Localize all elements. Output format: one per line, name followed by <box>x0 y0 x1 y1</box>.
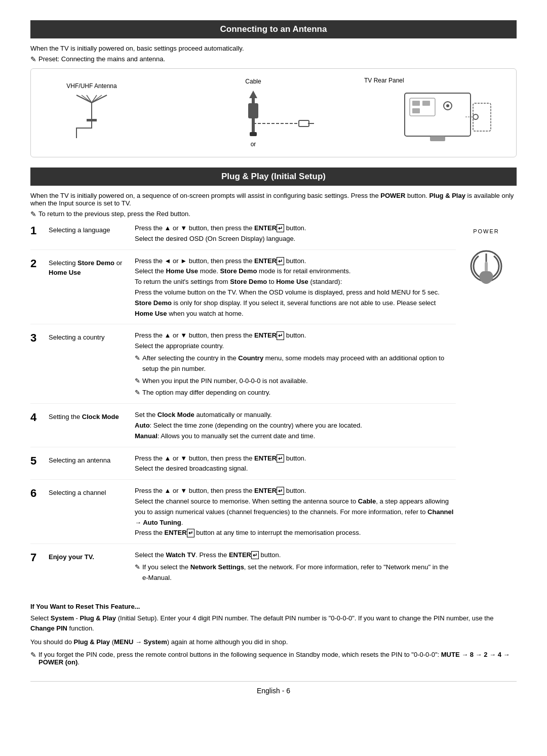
reset-text-1: Select System - Plug & Play (Initial Set… <box>30 613 517 635</box>
plug-play-intro: When the TV is initially powered on, a s… <box>30 192 517 207</box>
step-4-title: Setting the Clock Mode <box>49 410 135 422</box>
step-2-title: Selecting Store Demo orHome Use <box>49 256 135 278</box>
svg-rect-24 <box>430 136 445 141</box>
step-3-content: Press the ▲ or ▼ button, then press the … <box>135 330 456 398</box>
step-2-content: Press the ◄ or ► button, then press the … <box>135 256 456 319</box>
step-5: 5 Selecting an antenna Press the ▲ or ▼ … <box>30 453 456 480</box>
step-3-title: Selecting a country <box>49 330 135 343</box>
step-7-number: 7 <box>30 550 49 564</box>
svg-rect-13 <box>250 132 257 136</box>
step-1: 1 Selecting a language Press the ▲ or ▼ … <box>30 223 456 250</box>
power-button-icon <box>463 238 509 294</box>
step-2-number: 2 <box>30 256 49 270</box>
step-5-title: Selecting an antenna <box>49 453 135 466</box>
step-6-title: Selecting a channel <box>49 486 135 498</box>
step-4-number: 4 <box>30 410 49 424</box>
step-6: 6 Selecting a channel Press the ▲ or ▼ b… <box>30 486 456 544</box>
svg-rect-21 <box>412 108 420 113</box>
antenna-header: Connecting to an Antenna <box>30 20 517 38</box>
antenna-diagram: VHF/UHF Antenna <box>30 68 517 157</box>
cable-section: Cable or <box>223 78 284 148</box>
svg-rect-19 <box>412 101 420 106</box>
svg-rect-11 <box>252 98 255 106</box>
reset-note: ✎ If you forget the PIN code, press the … <box>30 651 517 666</box>
step-6-content: Press the ▲ or ▼ button, then press the … <box>135 486 456 538</box>
tv-rear-panel: TV Rear Panel <box>364 77 506 149</box>
svg-point-23 <box>446 104 449 107</box>
step-5-content: Press the ▲ or ▼ button, then press the … <box>135 453 456 475</box>
svg-rect-15 <box>299 120 309 127</box>
antenna-section: Connecting to an Antenna When the TV is … <box>30 20 517 157</box>
footer-text: English - 6 <box>257 687 290 695</box>
reset-note-text: If you forget the PIN code, press the re… <box>38 651 517 666</box>
reset-text-2: You should do Plug & Play (MENU → System… <box>30 637 517 648</box>
plug-play-note: ✎ To return to the previous step, press … <box>30 210 517 218</box>
antenna-note-text: Preset: Connecting the mains and antenna… <box>38 55 165 63</box>
steps-list: 1 Selecting a language Press the ▲ or ▼ … <box>30 223 456 595</box>
step-1-content: Press the ▲ or ▼ button, then press the … <box>135 223 456 244</box>
cable-connector-icon <box>238 88 268 139</box>
reset-note-icon: ✎ <box>30 651 36 659</box>
antenna-intro: When the TV is initially powered on, bas… <box>30 45 517 52</box>
or-label: or <box>251 141 256 148</box>
antenna-note: ✎ Preset: Connecting the mains and anten… <box>30 55 517 63</box>
step-7-content: Select the Watch TV. Press the ENTER↵ bu… <box>135 550 456 583</box>
step-3: 3 Selecting a country Press the ▲ or ▼ b… <box>30 330 456 404</box>
note-icon: ✎ <box>30 55 36 63</box>
svg-point-26 <box>473 114 478 119</box>
step-2: 2 Selecting Store Demo orHome Use Press … <box>30 256 456 325</box>
tv-rear-label: TV Rear Panel <box>364 77 404 84</box>
antenna-left: VHF/UHF Antenna <box>41 82 142 143</box>
svg-marker-10 <box>249 91 257 98</box>
plug-play-note-text: To return to the previous step, press th… <box>38 210 190 218</box>
steps-area: 1 Selecting a language Press the ▲ or ▼ … <box>30 223 517 595</box>
step-3-number: 3 <box>30 330 49 345</box>
step-1-number: 1 <box>30 223 49 237</box>
reset-section: If You Want to Reset This Feature... Sel… <box>30 603 517 666</box>
svg-rect-25 <box>473 103 491 131</box>
power-label: POWER <box>473 228 499 234</box>
horizontal-cable <box>253 118 314 129</box>
svg-rect-17 <box>405 93 471 136</box>
step-4: 4 Setting the Clock Mode Set the Clock M… <box>30 410 456 447</box>
tv-rear-svg <box>374 88 496 149</box>
step-1-title: Selecting a language <box>49 223 135 235</box>
step-5-number: 5 <box>30 453 49 468</box>
svg-rect-20 <box>422 101 430 106</box>
step-7: 7 Enjoy your TV. Select the Watch TV. Pr… <box>30 550 456 588</box>
reset-title: If You Want to Reset This Feature... <box>30 603 517 610</box>
note-pen-icon: ✎ <box>30 210 36 218</box>
step-4-content: Set the Clock Mode automatically or manu… <box>135 410 456 441</box>
step-7-title: Enjoy your TV. <box>49 550 135 562</box>
step-6-number: 6 <box>30 486 49 500</box>
cable-label: Cable <box>245 78 261 85</box>
plug-play-header: Plug & Play (Initial Setup) <box>30 167 517 186</box>
power-icon-area: POWER <box>456 223 517 595</box>
plug-play-section: Plug & Play (Initial Setup) When the TV … <box>30 167 517 666</box>
footer: English - 6 <box>30 681 517 695</box>
antenna-left-label: VHF/UHF Antenna <box>66 82 116 90</box>
cable-wire-left <box>66 118 117 143</box>
